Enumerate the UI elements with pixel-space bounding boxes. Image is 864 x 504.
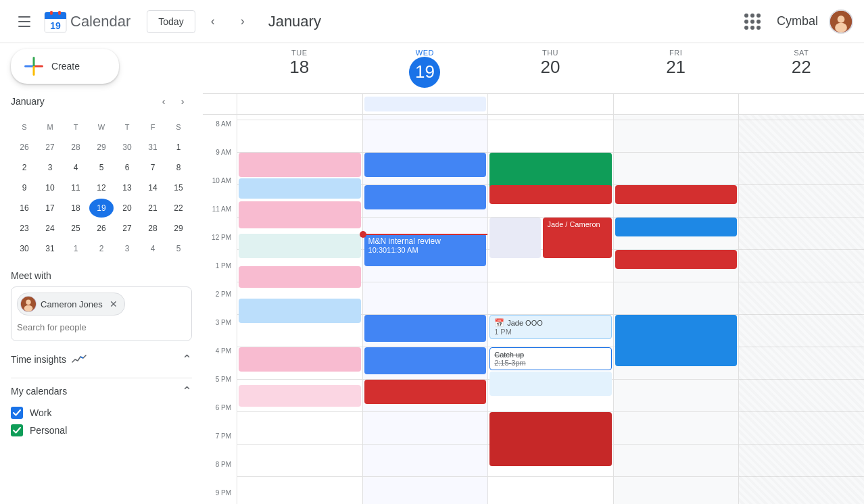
fri-event-crimson[interactable] [615, 185, 738, 204]
mini-cal-today[interactable]: 19 [89, 199, 114, 218]
mini-cal-day[interactable]: 5 [166, 239, 191, 258]
mini-cal-day[interactable]: 30 [115, 138, 139, 157]
thu-ooo-event[interactable]: 📅 Jade OOO 1 PM [489, 315, 612, 339]
time-insights-collapse-icon[interactable]: ⌃ [182, 352, 192, 367]
mini-cal-day[interactable]: 7 [141, 158, 165, 177]
thu-jade-cameron[interactable]: Jade / Cameron [543, 218, 611, 258]
my-calendars-collapse-icon[interactable]: ⌃ [182, 384, 192, 399]
tue-event-3[interactable] [239, 201, 361, 228]
time-label-6pm: 6 PM [203, 404, 237, 436]
mini-cal-day[interactable]: 31 [141, 138, 165, 157]
mini-cal-day[interactable]: 15 [166, 178, 191, 197]
day-header-tue[interactable]: TUE 18 [237, 43, 362, 93]
mini-cal-next-button[interactable]: › [173, 92, 192, 111]
calendar-item-work[interactable]: Work [11, 404, 192, 422]
mini-cal-day[interactable]: 2 [12, 158, 37, 177]
mini-cal-day[interactable]: 29 [89, 138, 114, 157]
wed-event-blue-3[interactable] [364, 315, 487, 342]
avatar[interactable] [829, 9, 853, 34]
hamburger-button[interactable] [11, 8, 38, 35]
wed-event-mn-review[interactable]: M&N internal review 10:3011:30 AM [364, 234, 487, 266]
mini-cal-day[interactable]: 6 [115, 158, 139, 177]
mini-cal-day[interactable]: 14 [141, 178, 165, 197]
fri-event-crimson-2[interactable] [615, 250, 738, 269]
mini-cal-day[interactable]: 13 [115, 178, 139, 197]
mini-cal-day[interactable]: 21 [141, 199, 165, 218]
wed-event-crimson[interactable] [364, 380, 487, 404]
mini-cal-day[interactable]: 10 [38, 178, 62, 197]
mini-cal-day[interactable]: 26 [12, 138, 37, 157]
day-header-fri[interactable]: FRI 21 [613, 43, 739, 93]
fri-event-blue-2[interactable] [615, 315, 738, 366]
mini-cal-day[interactable]: 31 [38, 239, 62, 258]
personal-calendar-checkbox[interactable] [11, 424, 23, 436]
tue-event-7[interactable] [239, 347, 361, 372]
tue-hours [237, 115, 362, 504]
mini-cal-day[interactable]: 3 [38, 158, 62, 177]
prev-arrow-button[interactable]: ‹ [201, 9, 225, 34]
work-calendar-checkbox[interactable] [11, 407, 23, 419]
mini-cal-day[interactable]: 29 [166, 219, 191, 238]
day-header-sat[interactable]: SAT 22 [738, 43, 864, 93]
day-col-sat [738, 115, 864, 504]
my-calendars-header[interactable]: My calendars ⌃ [11, 384, 192, 399]
day-header-thu[interactable]: THU 20 [487, 43, 613, 93]
svg-point-10 [26, 300, 30, 305]
thu-catchup-event[interactable]: Catch up 2:15-3pm [489, 347, 612, 370]
mini-cal-day[interactable]: 18 [64, 199, 88, 218]
mini-cal-prev-button[interactable]: ‹ [154, 92, 173, 111]
tue-event-8[interactable] [239, 385, 361, 407]
day-header-wed[interactable]: WED 19 [362, 43, 488, 93]
next-arrow-button[interactable]: › [231, 9, 255, 34]
time-label-8pm: 8 PM [203, 461, 237, 493]
mn-review-time: 10:3011:30 AM [368, 246, 483, 254]
mini-cal-day[interactable]: 26 [89, 219, 114, 238]
mini-cal-day[interactable]: 17 [38, 199, 62, 218]
mini-cal-day[interactable]: 11 [64, 178, 88, 197]
tue-event-4[interactable] [239, 234, 361, 258]
svg-rect-5 [58, 11, 61, 15]
wed-event-blue-4[interactable] [364, 347, 487, 374]
mini-cal-day[interactable]: 1 [166, 138, 191, 157]
wed-event-blue-2[interactable] [364, 185, 487, 209]
calendar-item-personal[interactable]: Personal [11, 422, 192, 439]
thu-event-crimson-1[interactable] [489, 185, 612, 204]
mini-cal-day[interactable]: 12 [89, 178, 114, 197]
search-people-input[interactable] [17, 320, 186, 335]
mini-cal-day[interactable]: 2 [89, 239, 114, 258]
tue-event-1[interactable] [239, 153, 361, 177]
create-button[interactable]: Create [11, 49, 119, 84]
dow-thu: T [115, 118, 139, 136]
thu-event-purple[interactable] [489, 218, 541, 258]
mini-cal-day[interactable]: 27 [115, 219, 139, 238]
mini-cal-day[interactable]: 25 [64, 219, 88, 238]
tue-event-2[interactable] [239, 178, 361, 199]
mini-cal-day[interactable]: 4 [141, 239, 165, 258]
thu-event-purple-2[interactable] [489, 372, 612, 396]
mini-cal-day[interactable]: 8 [166, 158, 191, 177]
tue-event-6[interactable] [239, 299, 361, 323]
today-button[interactable]: Today [147, 10, 195, 33]
svg-rect-2 [45, 16, 66, 19]
mini-cal-day[interactable]: 30 [12, 239, 37, 258]
mini-cal-day[interactable]: 1 [64, 239, 88, 258]
mini-cal-day[interactable]: 16 [12, 199, 37, 218]
mini-cal-day[interactable]: 3 [115, 239, 139, 258]
chip-remove-button[interactable]: ✕ [110, 299, 118, 309]
mini-cal-day[interactable]: 28 [141, 219, 165, 238]
mini-cal-day[interactable]: 23 [12, 219, 37, 238]
tue-event-5[interactable] [239, 266, 361, 288]
fri-event-blue-1[interactable] [615, 218, 738, 236]
apps-grid-button[interactable] [739, 8, 766, 35]
mini-cal-day[interactable]: 24 [38, 219, 62, 238]
mini-cal-day[interactable]: 9 [12, 178, 37, 197]
mini-cal-day[interactable]: 28 [64, 138, 88, 157]
wed-event-blue-1[interactable] [364, 153, 487, 177]
mini-cal-day[interactable]: 22 [166, 199, 191, 218]
mini-cal-day[interactable]: 4 [64, 158, 88, 177]
mini-cal-day[interactable]: 20 [115, 199, 139, 218]
mini-cal-day[interactable]: 27 [38, 138, 62, 157]
mini-cal-day[interactable]: 5 [89, 158, 114, 177]
thu-event-crimson-2[interactable] [489, 412, 612, 466]
time-insights-header[interactable]: Time insights ⌃ [11, 352, 192, 367]
